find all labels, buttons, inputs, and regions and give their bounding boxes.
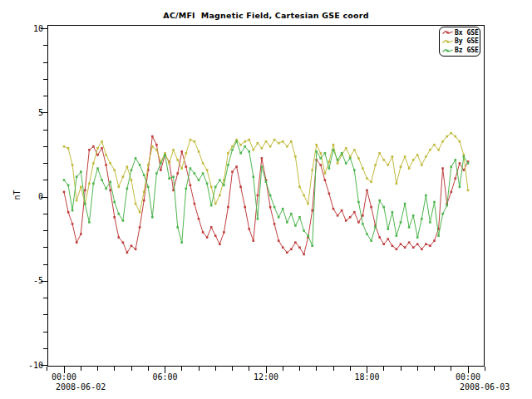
plot-window: AC/MFI Magnetic Field, Cartesian GSE coo…: [0, 0, 532, 399]
x-minor-tick: [434, 367, 435, 371]
x-tick-label: 06:00: [149, 372, 182, 382]
y-tick-label: -10: [13, 361, 43, 370]
x-minor-tick: [350, 367, 351, 371]
y-minor-tick: [43, 247, 47, 248]
y-minor-tick: [43, 298, 47, 298]
legend-item-label: Bx GSE: [455, 29, 479, 37]
y-tick-label: -5: [13, 276, 43, 285]
x-minor-tick: [181, 367, 182, 371]
y-minor-tick: [43, 214, 47, 214]
chart-canvas: [0, 0, 532, 399]
x-minor-tick: [316, 367, 317, 371]
x-minor-tick: [114, 367, 115, 371]
y-tick-label: 5: [13, 108, 43, 117]
y-minor-tick: [43, 348, 47, 349]
x-minor-tick: [283, 367, 283, 371]
x-minor-tick: [215, 367, 216, 371]
x-tick-label: 12:00: [249, 372, 283, 382]
y-minor-tick: [43, 79, 47, 80]
y-tick-label: 10: [13, 24, 43, 33]
x-minor-tick: [333, 367, 334, 371]
x-minor-tick: [383, 367, 384, 371]
y-minor-tick: [43, 45, 47, 46]
legend-item: Bz GSE: [442, 47, 480, 54]
x-tick-label: 18:00: [351, 372, 384, 382]
legend-line-marker-icon: [442, 38, 453, 45]
legend-line-marker-icon: [442, 29, 453, 36]
series-bx-gse: [63, 135, 470, 255]
legend-item-label: Bz GSE: [455, 47, 479, 54]
y-minor-tick: [43, 130, 47, 131]
series-bz-gse: [63, 140, 470, 247]
x-minor-tick: [485, 367, 485, 371]
legend-line-marker-icon: [442, 47, 453, 54]
y-minor-tick: [43, 163, 47, 164]
x-minor-tick: [97, 367, 98, 371]
y-minor-tick: [43, 96, 47, 96]
x-tick-label: 00:00: [47, 372, 81, 382]
x-date-label: 2008-06-03: [460, 382, 510, 392]
x-minor-tick: [232, 367, 233, 371]
y-minor-tick: [43, 180, 47, 180]
x-minor-tick: [131, 367, 132, 371]
legend-item-label: By GSE: [455, 37, 479, 45]
x-minor-tick: [417, 367, 418, 371]
y-tick-label: 0: [13, 192, 43, 201]
x-minor-tick: [199, 367, 200, 371]
x-minor-tick: [451, 367, 451, 371]
y-minor-tick: [43, 230, 47, 231]
y-minor-tick: [43, 332, 47, 332]
x-minor-tick: [249, 367, 249, 371]
x-tick-label: 00:00: [451, 372, 485, 382]
y-minor-tick: [43, 62, 47, 63]
x-minor-tick: [47, 367, 47, 371]
x-minor-tick: [81, 367, 81, 371]
x-minor-tick: [148, 367, 149, 371]
legend-item: Bx GSE: [442, 29, 480, 37]
legend-item: By GSE: [442, 37, 480, 45]
legend: Bx GSEBy GSEBz GSE: [439, 27, 480, 57]
y-minor-tick: [43, 314, 47, 315]
series-by-gse: [63, 132, 470, 214]
y-minor-tick: [43, 264, 47, 265]
y-minor-tick: [43, 146, 47, 147]
x-minor-tick: [299, 367, 300, 371]
x-minor-tick: [401, 367, 401, 371]
x-date-label: 2008-06-02: [56, 382, 106, 392]
